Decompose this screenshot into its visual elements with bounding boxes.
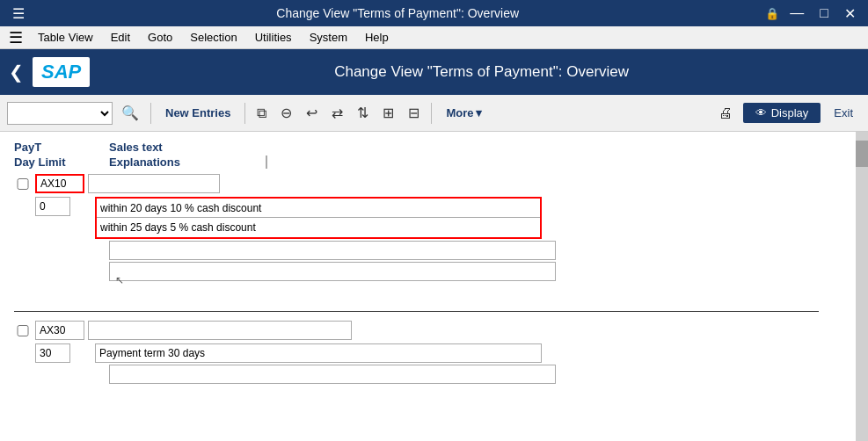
ax10-expl-4[interactable]	[109, 262, 556, 281]
back-button[interactable]: ❮	[9, 61, 24, 83]
sap-header: ❮ SAP Change View "Terms of Payment": Ov…	[0, 49, 868, 95]
menu-goto[interactable]: Goto	[140, 28, 180, 47]
cursor-indicator: ↖	[111, 274, 128, 292]
menu-utilities[interactable]: Utilities	[247, 28, 300, 47]
move3-icon-button[interactable]: ⊞	[377, 101, 399, 125]
ax10-expl-1[interactable]	[97, 199, 540, 218]
ax30-expl-1[interactable]	[95, 343, 542, 363]
lock-icon: 🔒	[765, 7, 779, 20]
title-bar-controls: 🔒 — □ ✕	[765, 4, 861, 24]
new-entries-button[interactable]: New Entries	[157, 103, 238, 123]
hamburger-menu-btn[interactable]: ☰	[7, 4, 30, 24]
separator-2	[244, 103, 245, 124]
print-icon-button[interactable]: 🖨	[713, 102, 738, 125]
display-label: Display	[771, 106, 809, 119]
menu-table-view[interactable]: Table View	[30, 28, 101, 47]
toolbar-dropdown[interactable]	[7, 102, 113, 125]
ax10-expl-2[interactable]	[97, 218, 540, 237]
ax30-day-limit-field[interactable]	[35, 343, 70, 363]
scrollbar-thumb[interactable]	[856, 141, 868, 167]
more-label: More	[446, 106, 473, 119]
separator-1	[150, 103, 151, 124]
maximize-button[interactable]: □	[814, 4, 834, 23]
search-icon-button[interactable]: 🔍	[116, 101, 144, 125]
ax10-payt-field[interactable]	[35, 174, 84, 193]
ax10-checkbox[interactable]	[14, 178, 32, 190]
hamburger-icon-btn[interactable]: ☰	[4, 28, 28, 47]
menu-help[interactable]: Help	[357, 28, 397, 47]
move2-icon-button[interactable]: ⇅	[352, 101, 374, 125]
more-chevron-icon: ▾	[476, 106, 482, 119]
section-ax10: ↖	[14, 174, 854, 300]
ax10-sales-field[interactable]	[88, 174, 220, 193]
display-icon: 👁	[755, 106, 767, 119]
menu-system[interactable]: System	[302, 28, 355, 47]
minimize-button[interactable]: —	[784, 4, 809, 23]
ax10-expl-3[interactable]	[109, 241, 556, 260]
col-header-payt: PayT	[14, 141, 109, 154]
main-content: PayT Sales text Day Limit Explanations	[0, 132, 868, 441]
menu-bar: ☰ Table View Edit Goto Selection Utiliti…	[0, 26, 868, 49]
col-header-day-limit: Day Limit	[14, 155, 109, 169]
column-headers: PayT Sales text	[14, 141, 854, 154]
ax30-sales-field[interactable]	[88, 321, 352, 340]
ax30-payt-field[interactable]	[35, 321, 84, 340]
display-button[interactable]: 👁 Display	[743, 103, 821, 123]
move1-icon-button[interactable]: ⇄	[326, 101, 348, 125]
section-ax30	[14, 321, 854, 384]
exit-button[interactable]: Exit	[826, 103, 861, 123]
col-header-sales: Sales text	[109, 141, 250, 154]
copy-icon-button[interactable]: ⧉	[252, 102, 272, 125]
separator-3	[431, 103, 432, 124]
ax10-day-limit-field[interactable]	[35, 197, 70, 216]
window-title: Change View "Terms of Payment": Overview	[30, 6, 765, 20]
menu-selection[interactable]: Selection	[182, 28, 244, 47]
title-bar: ☰ Change View "Terms of Payment": Overvi…	[0, 0, 868, 26]
sap-page-title: Change View "Terms of Payment": Overview	[104, 63, 859, 81]
col-header-explanations: Explanations	[109, 155, 250, 169]
close-button[interactable]: ✕	[839, 4, 861, 24]
menu-edit[interactable]: Edit	[103, 28, 138, 47]
move4-icon-button[interactable]: ⊟	[403, 101, 425, 125]
more-button[interactable]: More ▾	[438, 103, 490, 123]
title-bar-left: ☰	[7, 4, 30, 24]
ax30-checkbox[interactable]	[14, 325, 32, 336]
toolbar-right: 🖨 👁 Display Exit	[713, 102, 861, 125]
scrollbar[interactable]	[856, 132, 868, 441]
ax30-expl-2[interactable]	[109, 365, 556, 384]
section-divider	[14, 311, 819, 312]
sap-logo: SAP	[33, 57, 90, 87]
toolbar: 🔍 New Entries ⧉ ⊖ ↩ ⇄ ⇅ ⊞ ⊟ More ▾ 🖨 👁 D…	[0, 95, 868, 132]
sub-labels: Day Limit Explanations	[14, 155, 854, 169]
undo-icon-button[interactable]: ↩	[301, 101, 323, 125]
delete-icon-button[interactable]: ⊖	[275, 101, 297, 125]
